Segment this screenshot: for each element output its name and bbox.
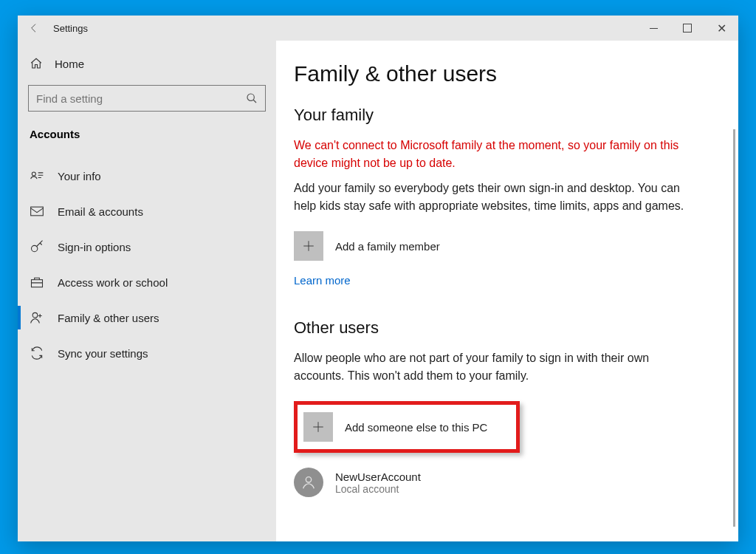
family-desc: Add your family so everybody gets their …: [294, 179, 693, 215]
add-other-user[interactable]: Add someone else to this PC: [303, 412, 507, 442]
other-users-heading: Other users: [294, 318, 703, 338]
svg-point-0: [247, 94, 254, 100]
add-family-member[interactable]: Add a family member: [294, 231, 703, 261]
home-nav[interactable]: Home: [18, 51, 276, 85]
window-controls: ✕: [636, 16, 738, 41]
key-icon: [30, 239, 44, 254]
plus-icon: [303, 412, 333, 442]
people-icon: [30, 310, 44, 325]
person-card-icon: [30, 168, 44, 183]
maximize-button[interactable]: [670, 16, 704, 41]
home-label: Home: [55, 58, 84, 70]
sync-icon: [30, 346, 44, 360]
close-button[interactable]: ✕: [704, 16, 738, 41]
search-input[interactable]: [28, 85, 266, 112]
home-icon: [30, 57, 43, 70]
window-title: Settings: [50, 23, 88, 34]
svg-rect-4: [32, 280, 43, 287]
minimize-button[interactable]: [636, 16, 670, 41]
search-icon: [246, 92, 258, 104]
add-family-label: Add a family member: [335, 240, 440, 253]
section-heading: Accounts: [18, 128, 276, 154]
nav-label: Sign-in options: [58, 241, 131, 253]
svg-point-6: [306, 477, 311, 482]
avatar-icon: [294, 468, 323, 497]
svg-point-5: [32, 312, 38, 318]
page-title: Family & other users: [294, 61, 703, 86]
user-entry[interactable]: NewUserAccount Local account: [294, 468, 703, 497]
nav-label: Email & accounts: [58, 205, 143, 218]
annotation-highlight: Add someone else to this PC: [294, 401, 520, 453]
scrollbar[interactable]: [733, 129, 735, 527]
svg-point-1: [32, 172, 35, 176]
add-other-label: Add someone else to this PC: [345, 421, 487, 434]
sidebar: Home Accounts Your info Email & accounts: [18, 41, 276, 541]
settings-window: Settings ✕ Home Accounts Your: [18, 16, 738, 541]
nav-your-info[interactable]: Your info: [18, 158, 276, 194]
search-field[interactable]: [36, 92, 246, 105]
nav-label: Sync your settings: [58, 347, 148, 360]
family-heading: Your family: [294, 106, 703, 125]
nav-family-other-users[interactable]: Family & other users: [18, 300, 276, 335]
svg-rect-2: [31, 207, 44, 216]
nav-label: Access work or school: [58, 276, 168, 289]
other-users-desc: Allow people who are not part of your fa…: [294, 349, 693, 385]
user-name: NewUserAccount: [335, 471, 421, 483]
plus-icon: [294, 231, 323, 261]
nav-signin-options[interactable]: Sign-in options: [18, 229, 276, 264]
back-button[interactable]: [18, 22, 50, 34]
nav-sync-settings[interactable]: Sync your settings: [18, 335, 276, 371]
briefcase-icon: [30, 275, 44, 290]
nav-label: Your info: [58, 170, 101, 182]
family-error: We can't connect to Microsoft family at …: [294, 137, 703, 172]
learn-more-link[interactable]: Learn more: [294, 274, 351, 287]
nav-label: Family & other users: [58, 312, 159, 324]
mail-icon: [30, 204, 44, 219]
nav-work-school[interactable]: Access work or school: [18, 264, 276, 300]
nav-email-accounts[interactable]: Email & accounts: [18, 194, 276, 229]
nav-list: Your info Email & accounts Sign-in optio…: [18, 154, 276, 371]
user-type: Local account: [335, 483, 421, 495]
content-pane: Family & other users Your family We can'…: [276, 41, 738, 541]
titlebar: Settings ✕: [18, 16, 738, 41]
